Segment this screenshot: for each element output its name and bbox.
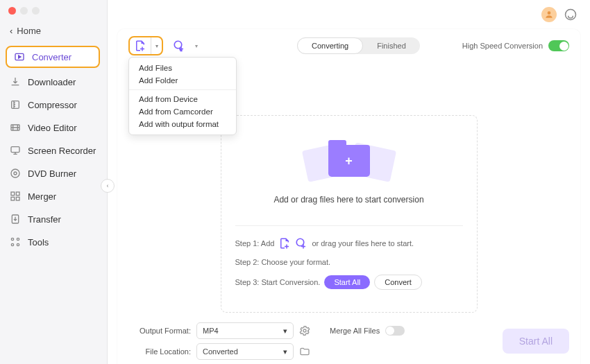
file-location-label: File Location: xyxy=(128,347,191,356)
content-card: ▾ ▾ Converting Finished High Speed Conve… xyxy=(117,29,580,364)
step-1-text-a: Step 1: Add xyxy=(235,239,275,248)
plus-icon: + xyxy=(345,154,353,168)
sidebar-item-label: Transfer xyxy=(28,214,61,225)
add-file-icon xyxy=(278,237,291,250)
home-label: Home xyxy=(17,26,41,36)
user-avatar[interactable] xyxy=(541,7,557,22)
toolbar: ▾ ▾ Converting Finished High Speed Conve… xyxy=(128,36,569,55)
svg-point-12 xyxy=(11,238,13,240)
tab-converting[interactable]: Converting xyxy=(297,37,363,54)
collapse-sidebar-button[interactable]: ‹ xyxy=(101,179,115,193)
step-3: Step 3: Start Conversion. Start All Conv… xyxy=(235,275,463,290)
home-link[interactable]: ‹ Home xyxy=(0,21,107,43)
dd-separator xyxy=(129,89,236,90)
high-speed-conversion: High Speed Conversion xyxy=(462,40,569,51)
svg-point-13 xyxy=(17,238,19,240)
maximize-window-button[interactable] xyxy=(32,7,40,15)
screen-recorder-icon xyxy=(10,145,21,156)
output-format-label: Output Format: xyxy=(128,327,191,335)
svg-rect-4 xyxy=(11,147,19,153)
compressor-icon xyxy=(10,99,21,110)
sidebar-item-merger[interactable]: Merger xyxy=(0,185,107,207)
add-url-button[interactable] xyxy=(171,38,187,53)
tools-icon xyxy=(10,236,21,248)
sidebar-item-compressor[interactable]: Compressor xyxy=(0,94,107,116)
converter-icon xyxy=(14,51,25,62)
sidebar-item-video-editor[interactable]: Video Editor xyxy=(0,116,107,139)
main-panel: ‹ ▾ ▾ Converting Finished xyxy=(108,0,590,364)
chevron-down-icon: ▾ xyxy=(283,327,287,336)
status-tabs: Converting Finished xyxy=(297,37,420,54)
convert-button[interactable]: Convert xyxy=(374,275,422,290)
add-file-icon[interactable] xyxy=(130,37,151,54)
step-2-text: Step 2: Choose your format. xyxy=(235,258,331,266)
svg-point-15 xyxy=(17,243,19,245)
merge-toggle[interactable] xyxy=(385,326,405,336)
sidebar-item-screen-recorder[interactable]: Screen Recorder xyxy=(0,139,107,162)
step-1-text-b: or drag your files here to start. xyxy=(312,239,414,248)
hsc-toggle[interactable] xyxy=(548,40,569,51)
file-location-select[interactable]: Converted ▾ xyxy=(196,343,294,360)
sidebar-item-label: Tools xyxy=(28,237,49,248)
output-format-value: MP4 xyxy=(203,327,219,335)
add-url-chevron[interactable]: ▾ xyxy=(195,43,198,49)
sidebar-item-downloader[interactable]: Downloader xyxy=(0,71,107,93)
add-file-chevron[interactable]: ▾ xyxy=(151,37,162,54)
folder-illustration: + xyxy=(314,137,384,185)
file-location-value: Converted xyxy=(203,347,238,356)
minimize-window-button[interactable] xyxy=(20,7,28,15)
dd-add-folder[interactable]: Add Folder xyxy=(129,74,236,87)
sidebar-item-label: Converter xyxy=(32,52,71,62)
output-format-select[interactable]: MP4 ▾ xyxy=(196,322,294,339)
dvd-burner-icon xyxy=(10,168,21,179)
step-2: Step 2: Choose your format. xyxy=(235,258,463,266)
chevron-down-icon: ▾ xyxy=(283,347,287,356)
svg-point-18 xyxy=(174,41,182,49)
topbar xyxy=(108,0,590,29)
close-window-button[interactable] xyxy=(8,7,16,15)
svg-rect-9 xyxy=(11,197,15,200)
sidebar-item-label: Video Editor xyxy=(28,123,77,133)
drop-text: Add or drag files here to start conversi… xyxy=(273,195,423,205)
dd-add-files[interactable]: Add Files xyxy=(129,62,236,74)
svg-point-5 xyxy=(11,169,19,177)
settings-icon[interactable] xyxy=(299,325,310,336)
svg-marker-1 xyxy=(19,55,21,58)
dd-add-from-camcorder[interactable]: Add from Camcorder xyxy=(129,105,236,118)
sidebar-item-transfer[interactable]: Transfer xyxy=(0,208,107,230)
add-file-split-button[interactable]: ▾ xyxy=(128,36,163,55)
drop-zone[interactable]: + Add or drag files here to start conver… xyxy=(221,115,478,313)
tab-finished[interactable]: Finished xyxy=(363,37,420,54)
svg-rect-10 xyxy=(16,197,19,200)
start-all-main-button[interactable]: Start All xyxy=(503,329,569,354)
step-3-text: Step 3: Start Conversion. xyxy=(235,278,321,286)
transfer-icon xyxy=(10,214,21,225)
svg-point-16 xyxy=(548,11,551,15)
dd-add-with-output-format[interactable]: Add with output format xyxy=(129,118,236,130)
sidebar-item-label: Screen Recorder xyxy=(28,146,96,156)
steps: Step 1: Add or drag your files here to s… xyxy=(235,225,463,298)
merger-icon xyxy=(10,191,21,202)
svg-rect-8 xyxy=(16,192,19,196)
window-controls xyxy=(0,7,107,21)
sidebar-item-dvd-burner[interactable]: DVD Burner xyxy=(0,162,107,184)
add-file-dropdown: Add Files Add Folder Add from Device Add… xyxy=(128,57,237,135)
svg-rect-7 xyxy=(11,192,15,196)
hsc-label: High Speed Conversion xyxy=(462,42,543,50)
sidebar-item-label: DVD Burner xyxy=(28,168,76,179)
open-folder-icon[interactable] xyxy=(299,346,310,357)
video-editor-icon xyxy=(10,122,21,133)
merge-label: Merge All Files xyxy=(330,327,380,335)
sidebar-item-label: Compressor xyxy=(28,100,77,110)
start-all-button[interactable]: Start All xyxy=(324,275,370,289)
chevron-left-icon: ‹ xyxy=(10,26,12,36)
sidebar-item-tools[interactable]: Tools xyxy=(0,231,107,253)
tab-label: Finished xyxy=(377,42,406,50)
support-icon[interactable] xyxy=(564,8,578,21)
svg-point-20 xyxy=(303,329,306,332)
step-1: Step 1: Add or drag your files here to s… xyxy=(235,237,463,250)
sidebar-item-converter[interactable]: Converter xyxy=(6,46,100,68)
dd-add-from-device[interactable]: Add from Device xyxy=(129,93,236,105)
sidebar-item-label: Merger xyxy=(28,191,56,202)
downloader-icon xyxy=(10,76,21,87)
